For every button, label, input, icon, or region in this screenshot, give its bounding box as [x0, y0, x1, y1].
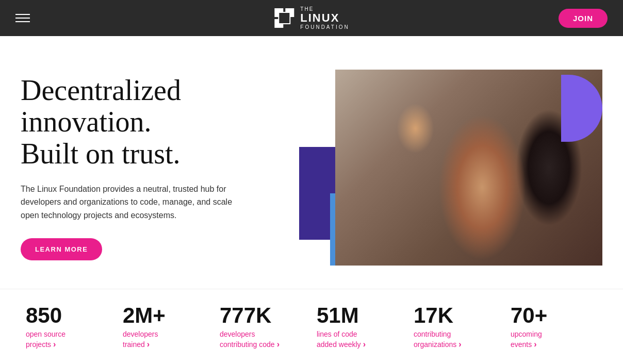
logo-text: THE LINUX FOUNDATION [300, 6, 349, 30]
stat-item: 777Kdeveloperscontributing code› [215, 300, 312, 354]
hero-title-line3: Built on trust. [21, 138, 181, 170]
stat-label[interactable]: upcomingevents› [511, 329, 597, 349]
stats-bar: 850open sourceprojects›2M+developerstrai… [0, 289, 623, 359]
logo-linux: LINUX [300, 12, 349, 24]
logo-icon [273, 7, 295, 29]
hero-title-line1: Decentralized [21, 74, 181, 106]
stat-number: 70+ [511, 305, 597, 326]
hero-image-area [299, 70, 602, 266]
chevron-right-icon: › [363, 340, 366, 349]
stat-number: 51M [317, 305, 403, 326]
stat-number: 17K [414, 305, 500, 326]
stat-label[interactable]: contributingorganizations› [414, 329, 500, 349]
stat-number: 777K [220, 305, 306, 326]
learn-more-button[interactable]: LEARN MORE [21, 238, 102, 260]
hero-description: The Linux Foundation provides a neutral,… [21, 183, 237, 222]
stat-number: 2M+ [123, 305, 209, 326]
stat-label[interactable]: lines of codeadded weekly› [317, 329, 403, 349]
chevron-right-icon: › [277, 340, 280, 349]
stat-label[interactable]: developerstrained› [123, 329, 209, 349]
stat-item: 51Mlines of codeadded weekly› [312, 300, 408, 354]
chevron-right-icon: › [147, 340, 150, 349]
stat-label[interactable]: developerscontributing code› [220, 329, 306, 349]
hamburger-menu[interactable] [15, 14, 30, 22]
join-button[interactable]: JOIN [559, 9, 608, 28]
svg-rect-5 [281, 14, 288, 22]
stat-item: 2M+developerstrained› [118, 300, 215, 354]
chevron-right-icon: › [53, 340, 56, 349]
stat-item: 850open sourceprojects› [21, 300, 118, 354]
main-content: Decentralized innovation. Built on trust… [0, 36, 623, 289]
logo-foundation: FOUNDATION [300, 24, 349, 30]
chevron-right-icon: › [534, 340, 536, 349]
hero-title-line2: innovation. [21, 106, 152, 138]
header: THE LINUX FOUNDATION JOIN [0, 0, 623, 36]
hero-text: Decentralized innovation. Built on trust… [21, 75, 278, 261]
stat-item: 17Kcontributingorganizations› [408, 300, 505, 354]
hero-title: Decentralized innovation. Built on trust… [21, 75, 278, 170]
chevron-right-icon: › [458, 340, 461, 349]
stat-item: 70+upcomingevents› [505, 300, 602, 354]
stat-label[interactable]: open sourceprojects› [26, 329, 112, 349]
stat-number: 850 [26, 305, 112, 326]
logo[interactable]: THE LINUX FOUNDATION [273, 6, 349, 30]
